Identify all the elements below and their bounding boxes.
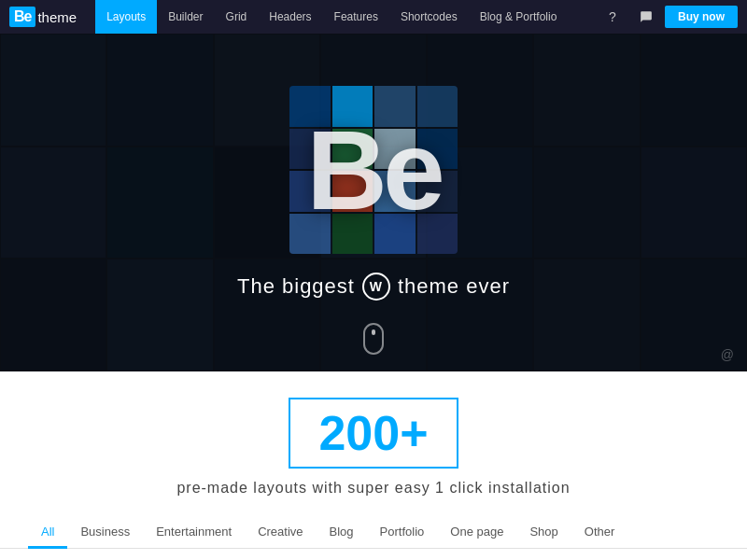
nav-item-headers[interactable]: Headers <box>258 0 322 34</box>
filter-tab-business[interactable]: Business <box>67 517 143 549</box>
filter-tab-portfolio[interactable]: Portfolio <box>367 517 438 549</box>
count-box: 200+ <box>289 398 458 469</box>
logo-theme: theme <box>37 9 77 25</box>
hero-logo: Be <box>289 86 458 254</box>
filter-tab-one-page[interactable]: One page <box>437 517 516 549</box>
filter-tab-entertainment[interactable]: Entertainment <box>143 517 245 549</box>
hero-content: Be The biggest W theme ever <box>237 86 510 319</box>
filter-tab-shop[interactable]: Shop <box>516 517 571 549</box>
count-description: pre-made layouts with super easy 1 click… <box>176 480 570 497</box>
hero-section: Be The biggest W theme ever @ <box>0 34 747 371</box>
filter-tab-blog[interactable]: Blog <box>317 517 367 549</box>
wordpress-icon: W <box>362 273 390 301</box>
hero-tagline: The biggest W theme ever <box>237 273 510 301</box>
navbar: Be theme Layouts Builder Grid Headers Fe… <box>0 0 747 34</box>
at-sign: @ <box>721 347 734 362</box>
nav-item-layouts[interactable]: Layouts <box>95 0 157 34</box>
buy-now-button[interactable]: Buy now <box>665 6 738 28</box>
tagline-start: The biggest <box>237 274 355 299</box>
logo[interactable]: Be theme <box>9 7 77 27</box>
nav-item-builder[interactable]: Builder <box>157 0 214 34</box>
main-content: 200+ pre-made layouts with super easy 1 … <box>0 371 747 560</box>
scroll-dot <box>372 329 375 335</box>
nav-item-features[interactable]: Features <box>323 0 389 34</box>
nav-menu: Layouts Builder Grid Headers Features Sh… <box>95 0 598 34</box>
scroll-indicator <box>363 323 384 355</box>
help-icon-button[interactable]: ? <box>598 2 627 32</box>
hero-be-text: Be <box>306 114 440 226</box>
filter-tab-all[interactable]: All <box>28 517 67 549</box>
logo-be: Be <box>9 7 35 27</box>
nav-item-shortcodes[interactable]: Shortcodes <box>389 0 469 34</box>
navbar-right: ? Buy now <box>598 2 738 32</box>
tagline-end: theme ever <box>398 274 510 299</box>
filter-tab-creative[interactable]: Creative <box>245 517 316 549</box>
filter-tab-other[interactable]: Other <box>571 517 628 549</box>
nav-item-grid[interactable]: Grid <box>215 0 259 34</box>
filter-tabs: All Business Entertainment Creative Blog… <box>0 517 747 549</box>
nav-item-blog-portfolio[interactable]: Blog & Portfolio <box>469 0 569 34</box>
count-number: 200+ <box>318 409 428 457</box>
chat-icon-button[interactable] <box>631 2 661 32</box>
